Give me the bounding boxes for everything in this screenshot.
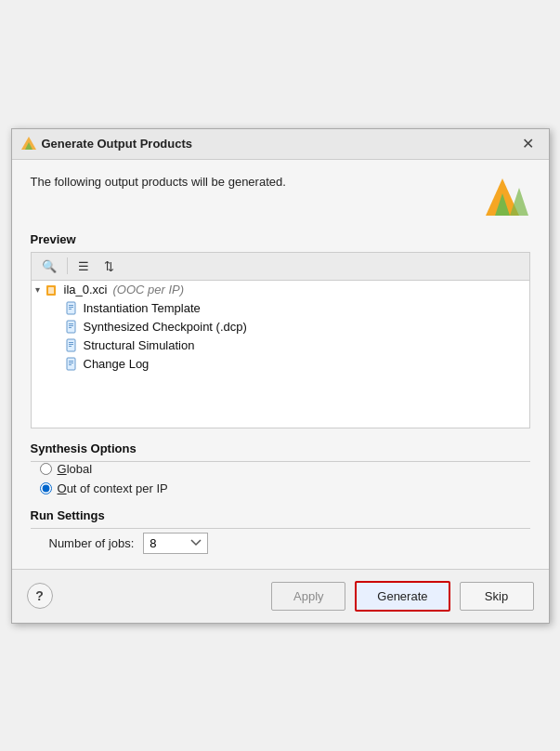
radio-ooc-input[interactable] [40, 482, 52, 494]
root-item-subtext: (OOC per IP) [112, 283, 184, 296]
filter-toolbar-button[interactable]: ☰ [72, 256, 96, 277]
tree-child-item[interactable]: Structural Simulation [32, 336, 529, 355]
dialog-body: The following output products will be ge… [12, 160, 549, 569]
intro-row: The following output products will be ge… [31, 175, 530, 219]
intro-text: The following output products will be ge… [31, 175, 486, 189]
svg-rect-16 [69, 342, 73, 343]
radio-ooc-label: Out of context per IP [58, 481, 168, 495]
sort-toolbar-button[interactable]: ⇅ [98, 256, 121, 277]
title-bar: Generate Output Products ✕ [12, 129, 549, 160]
synthesis-section: Synthesis Options Global Out of context … [31, 441, 530, 495]
filter-icon: ☰ [78, 259, 89, 273]
app-icon [21, 137, 36, 152]
search-icon: 🔍 [42, 259, 57, 273]
svg-rect-10 [69, 309, 72, 310]
underline-g: G [58, 462, 67, 476]
toolbar-separator-1 [67, 257, 68, 274]
svg-rect-18 [69, 346, 72, 347]
tree-child-item[interactable]: Instantiation Template [32, 299, 529, 318]
radio-global[interactable]: Global [40, 462, 530, 476]
svg-rect-21 [69, 362, 73, 363]
close-button[interactable]: ✕ [516, 135, 540, 153]
vivado-logo [486, 175, 530, 219]
title-bar-left: Generate Output Products [21, 137, 193, 152]
run-settings-divider [31, 528, 530, 529]
synthesis-label: Synthesis Options [31, 441, 530, 455]
radio-ooc[interactable]: Out of context per IP [40, 481, 530, 495]
dialog-title: Generate Output Products [42, 137, 193, 151]
svg-rect-17 [69, 344, 73, 345]
jobs-label: Number of jobs: [49, 536, 135, 550]
underline-o: O [58, 481, 67, 495]
child-item-1-label: Instantiation Template [84, 301, 201, 315]
svg-rect-11 [67, 321, 75, 333]
run-settings-label: Run Settings [31, 508, 530, 522]
preview-toolbar: 🔍 ☰ ⇅ [31, 252, 530, 280]
run-settings-section: Run Settings Number of jobs: 1 2 4 6 8 1… [31, 508, 530, 554]
expand-arrow: ▾ [35, 284, 40, 295]
svg-rect-19 [67, 358, 75, 370]
svg-rect-13 [69, 325, 73, 326]
file-icon-2 [65, 320, 80, 335]
search-toolbar-button[interactable]: 🔍 [35, 256, 63, 277]
svg-rect-9 [69, 307, 73, 308]
sort-icon: ⇅ [104, 259, 114, 273]
run-settings-row: Number of jobs: 1 2 4 6 8 12 16 [31, 533, 530, 554]
svg-rect-6 [48, 287, 54, 294]
preview-section: Preview 🔍 ☰ ⇅ ▾ [31, 232, 530, 428]
skip-button[interactable]: Skip [460, 582, 534, 611]
child-item-4-label: Change Log [84, 357, 150, 371]
jobs-select[interactable]: 1 2 4 6 8 12 16 [143, 533, 208, 554]
child-item-3-label: Structural Simulation [84, 338, 195, 352]
preview-label: Preview [31, 232, 530, 246]
apply-button[interactable]: Apply [271, 582, 345, 611]
svg-rect-14 [69, 327, 72, 328]
tree-root-item[interactable]: ▾ ila_0.xci (OOC per IP) [32, 281, 529, 299]
root-item-name: ila_0.xci [64, 283, 108, 296]
tree-child-item[interactable]: Change Log [32, 355, 529, 374]
radio-global-input[interactable] [40, 463, 52, 475]
svg-rect-7 [67, 302, 75, 314]
svg-rect-15 [67, 339, 75, 351]
child-item-2-label: Synthesized Checkpoint (.dcp) [84, 320, 247, 334]
svg-rect-12 [69, 323, 73, 324]
file-icon-3 [65, 338, 80, 353]
svg-rect-20 [69, 361, 73, 362]
radio-group-synthesis: Global Out of context per IP [31, 462, 530, 495]
tree-child-item[interactable]: Synthesized Checkpoint (.dcp) [32, 318, 529, 336]
svg-rect-22 [69, 364, 72, 365]
generate-button[interactable]: Generate [355, 581, 449, 612]
svg-rect-8 [69, 305, 73, 306]
preview-tree[interactable]: ▾ ila_0.xci (OOC per IP) [31, 280, 530, 428]
help-button[interactable]: ? [27, 583, 53, 609]
file-icon-1 [65, 301, 80, 316]
file-icon-4 [65, 357, 80, 372]
radio-global-label: Global [58, 462, 93, 476]
dialog-generate-output: Generate Output Products ✕ The following… [11, 128, 550, 624]
ip-icon [46, 283, 60, 297]
dialog-footer: ? Apply Generate Skip [12, 569, 549, 623]
